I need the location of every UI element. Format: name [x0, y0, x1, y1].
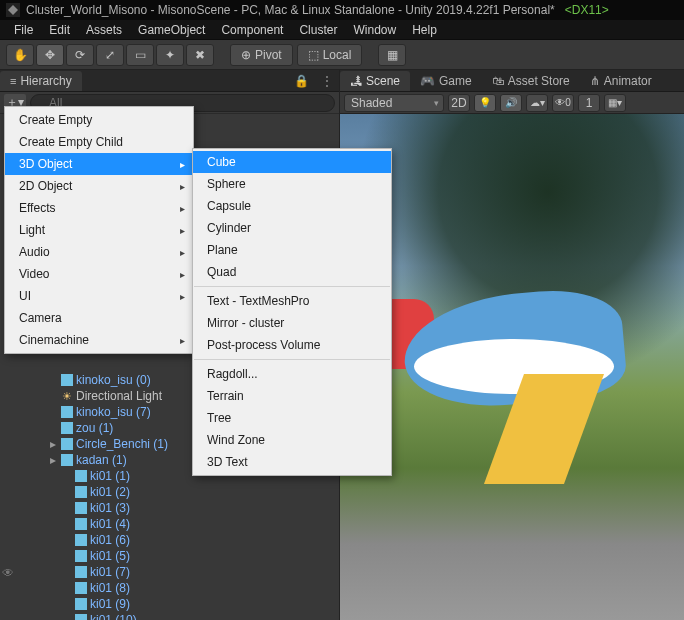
scene-toolbar: Shaded 2D 💡 🔊 ☁▾ 👁0 1 ▦▾ — [340, 92, 684, 114]
toggle-2d-button[interactable]: 2D — [448, 94, 470, 112]
menu-item[interactable]: 3D Object — [5, 153, 193, 175]
tab-hierarchy[interactable]: ≡ Hierarchy — [0, 71, 82, 91]
menu-separator — [194, 359, 390, 360]
pivot-label: Pivot — [255, 48, 282, 62]
scene-fx-toggle[interactable]: ☁▾ — [526, 94, 548, 112]
menu-item[interactable]: Plane — [193, 239, 391, 261]
scene-icon: 🏞 — [350, 74, 362, 88]
local-icon: ⬚ — [308, 48, 319, 62]
menu-item[interactable]: Cinemachine — [5, 329, 193, 351]
menu-item[interactable]: Mirror - cluster — [193, 312, 391, 334]
menu-item[interactable]: Cylinder — [193, 217, 391, 239]
prefab-cube-icon — [74, 485, 88, 499]
hierarchy-item-label: ki01 (3) — [90, 501, 130, 515]
scene-grid-toggle[interactable]: ▦▾ — [604, 94, 626, 112]
scene-gizmo-layers[interactable]: 1 — [578, 94, 600, 112]
local-toggle[interactable]: ⬚ Local — [297, 44, 363, 66]
prefab-cube-icon — [74, 613, 88, 620]
scene-audio-toggle[interactable]: 🔊 — [500, 94, 522, 112]
menu-item[interactable]: Effects — [5, 197, 193, 219]
hierarchy-item-label: ki01 (2) — [90, 485, 130, 499]
menu-window[interactable]: Window — [345, 21, 404, 39]
hierarchy-item[interactable]: ki01 (5) — [0, 548, 339, 564]
menu-item[interactable]: Tree — [193, 407, 391, 429]
hierarchy-item-label: ki01 (9) — [90, 597, 130, 611]
tab-animator[interactable]: ⋔ Animator — [580, 71, 662, 91]
main-toolbar: ✋ ✥ ⟳ ⤢ ▭ ✦ ✖ ⊕ Pivot ⬚ Local ▦ — [0, 40, 684, 70]
hierarchy-item[interactable]: ki01 (3) — [0, 500, 339, 516]
hierarchy-item[interactable]: ki01 (9) — [0, 596, 339, 612]
panel-lock-icon[interactable]: 🔒 — [288, 74, 315, 88]
hierarchy-item[interactable]: ki01 (6) — [0, 532, 339, 548]
scene-hidden-toggle[interactable]: 👁0 — [552, 94, 574, 112]
hand-tool-button[interactable]: ✋ — [6, 44, 34, 66]
menu-item[interactable]: Sphere — [193, 173, 391, 195]
panel-menu-icon[interactable]: ⋮ — [315, 74, 339, 88]
move-tool-button[interactable]: ✥ — [36, 44, 64, 66]
prefab-cube-icon — [74, 581, 88, 595]
menu-item[interactable]: Create Empty — [5, 109, 193, 131]
prefab-cube-icon — [60, 437, 74, 451]
scene-tab-row: 🏞 Scene 🎮 Game 🛍 Asset Store ⋔ Animator — [340, 70, 684, 92]
menu-help[interactable]: Help — [404, 21, 445, 39]
hierarchy-item[interactable]: ki01 (8) — [0, 580, 339, 596]
3d-object-submenu: CubeSphereCapsuleCylinderPlaneQuadText -… — [192, 148, 392, 476]
snap-toggle-button[interactable]: ▦ — [378, 44, 406, 66]
scale-tool-button[interactable]: ⤢ — [96, 44, 124, 66]
menu-item[interactable]: Video — [5, 263, 193, 285]
hierarchy-item-label: Directional Light — [76, 389, 162, 403]
menu-item[interactable]: Camera — [5, 307, 193, 329]
menu-item[interactable]: Cube — [193, 151, 391, 173]
custom-tool-button[interactable]: ✖ — [186, 44, 214, 66]
hierarchy-item[interactable]: ki01 (4) — [0, 516, 339, 532]
menu-cluster[interactable]: Cluster — [291, 21, 345, 39]
prefab-cube-icon — [60, 453, 74, 467]
menu-item[interactable]: Audio — [5, 241, 193, 263]
hierarchy-item[interactable]: ki01 (10) — [0, 612, 339, 620]
menu-item[interactable]: Post-process Volume — [193, 334, 391, 356]
hierarchy-tab-label: Hierarchy — [20, 74, 71, 88]
menu-item[interactable]: Quad — [193, 261, 391, 283]
menu-gameobject[interactable]: GameObject — [130, 21, 213, 39]
menu-separator — [194, 286, 390, 287]
menu-item[interactable]: Wind Zone — [193, 429, 391, 451]
menu-file[interactable]: File — [6, 21, 41, 39]
shading-mode-dropdown[interactable]: Shaded — [344, 94, 444, 112]
menu-item[interactable]: UI — [5, 285, 193, 307]
transform-tool-button[interactable]: ✦ — [156, 44, 184, 66]
window-titlebar: Cluster_World_Misono - MisonoScene - PC,… — [0, 0, 684, 20]
prefab-cube-icon — [60, 405, 74, 419]
visibility-gutter-icon[interactable]: 👁 — [2, 566, 14, 580]
prefab-cube-icon — [74, 501, 88, 515]
menu-item[interactable]: Text - TextMeshPro — [193, 290, 391, 312]
hierarchy-item-label: ki01 (6) — [90, 533, 130, 547]
hierarchy-item[interactable]: ki01 (2) — [0, 484, 339, 500]
menu-assets[interactable]: Assets — [78, 21, 130, 39]
tab-game[interactable]: 🎮 Game — [410, 71, 482, 91]
menu-item[interactable]: Create Empty Child — [5, 131, 193, 153]
prefab-cube-icon — [60, 421, 74, 435]
hierarchy-item-label: zou (1) — [76, 421, 113, 435]
menu-item[interactable]: Terrain — [193, 385, 391, 407]
tab-asset-store[interactable]: 🛍 Asset Store — [482, 71, 580, 91]
rect-tool-button[interactable]: ▭ — [126, 44, 154, 66]
menu-item[interactable]: Capsule — [193, 195, 391, 217]
tab-scene[interactable]: 🏞 Scene — [340, 71, 410, 91]
pivot-toggle[interactable]: ⊕ Pivot — [230, 44, 293, 66]
menu-edit[interactable]: Edit — [41, 21, 78, 39]
rotate-tool-button[interactable]: ⟳ — [66, 44, 94, 66]
graphics-api-label: <DX11> — [565, 3, 609, 17]
gizmo-count-label: 1 — [586, 96, 593, 110]
scene-lighting-toggle[interactable]: 💡 — [474, 94, 496, 112]
prefab-cube-icon — [74, 533, 88, 547]
transform-tool-group: ✋ ✥ ⟳ ⤢ ▭ ✦ ✖ — [6, 44, 214, 66]
menu-item[interactable]: 3D Text — [193, 451, 391, 473]
menu-component[interactable]: Component — [213, 21, 291, 39]
menu-item[interactable]: Ragdoll... — [193, 363, 391, 385]
menu-item[interactable]: Light — [5, 219, 193, 241]
prefab-cube-icon — [74, 565, 88, 579]
menu-item[interactable]: 2D Object — [5, 175, 193, 197]
hierarchy-item[interactable]: ki01 (7) — [0, 564, 339, 580]
expand-caret-icon[interactable]: ▸ — [48, 453, 58, 467]
expand-caret-icon[interactable]: ▸ — [48, 437, 58, 451]
